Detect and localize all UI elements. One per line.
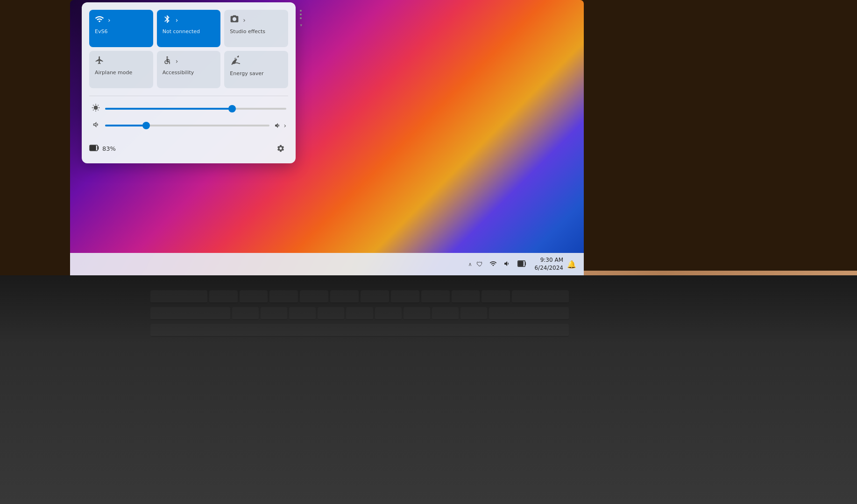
taskbar-shield-icon[interactable]: 🛡: [475, 259, 485, 270]
airplane-mode-tile[interactable]: Airplane mode: [89, 51, 153, 88]
key-u: [391, 290, 419, 303]
brightness-slider-container[interactable]: [105, 104, 286, 113]
volume-output-controls[interactable]: ›: [274, 122, 286, 129]
brightness-thumb[interactable]: [228, 105, 236, 112]
quick-settings-top-row: › EvS6 › Not connected: [89, 10, 288, 47]
taskbar-volume-icon[interactable]: [502, 258, 513, 271]
key-p: [482, 290, 510, 303]
key-j: [404, 307, 430, 320]
key-q: [209, 290, 238, 303]
bluetooth-tile-inner: ›: [163, 14, 215, 26]
laptop-screen: ▾ › EvS6: [70, 0, 584, 280]
key-f: [318, 307, 344, 320]
settings-button[interactable]: [273, 141, 288, 156]
volume-fill: [105, 125, 146, 126]
energy-saver-icon: [230, 56, 240, 68]
wifi-tile-inner: ›: [95, 14, 148, 26]
key-enter: [489, 307, 569, 320]
battery-info: 83%: [89, 144, 116, 153]
svg-point-0: [166, 56, 168, 58]
key-caps: [150, 307, 230, 320]
key-k: [432, 307, 459, 320]
studio-effects-icon: [230, 14, 239, 26]
taskbar-system-tray: ∧ 🛡: [468, 258, 529, 271]
key-h: [375, 307, 402, 320]
wifi-arrow-icon[interactable]: ›: [108, 16, 111, 24]
brightness-icon: [91, 104, 100, 114]
accessibility-label: Accessibility: [163, 70, 215, 76]
scroll-dot-2: [300, 14, 302, 15]
brightness-track: [105, 108, 286, 110]
wifi-icon: [95, 14, 104, 26]
key-t: [330, 290, 359, 303]
taskbar-clock[interactable]: 9:30 AM 6/24/2024: [534, 256, 563, 272]
key-backspace: [512, 290, 569, 303]
wifi-tile[interactable]: › EvS6: [89, 10, 153, 47]
key-l: [460, 307, 487, 320]
quick-settings-bottom-row: Airplane mode › Accessibility: [89, 51, 288, 88]
studio-effects-arrow-icon[interactable]: ›: [243, 16, 246, 24]
bluetooth-tile[interactable]: › Not connected: [157, 10, 221, 47]
airplane-mode-label: Airplane mode: [95, 70, 148, 76]
volume-output-arrow[interactable]: ›: [283, 122, 286, 129]
battery-percentage: 83%: [102, 145, 116, 152]
scroll-dot-1: [300, 10, 302, 12]
bluetooth-icon: [163, 14, 172, 26]
key-a: [232, 307, 259, 320]
sliders-section: ›: [89, 104, 288, 131]
background: ▾ › EvS6: [0, 0, 857, 504]
taskbar-wifi-icon[interactable]: [488, 258, 499, 271]
volume-slider-container[interactable]: [105, 121, 269, 130]
taskbar-notification-bell[interactable]: 🔔: [567, 260, 576, 269]
laptop-body: [0, 275, 857, 504]
energy-saver-inner: [230, 56, 283, 68]
divider: [89, 96, 288, 96]
scroll-dot-3: [300, 17, 302, 19]
scroll-indicators: ▾: [300, 10, 302, 28]
volume-track: [105, 125, 269, 126]
taskbar-time-value: 9:30 AM: [534, 256, 563, 264]
key-w: [240, 290, 268, 303]
airplane-icon: [95, 56, 104, 67]
scroll-down-arrow: ▾: [300, 23, 302, 28]
volume-slider-row: ›: [91, 120, 286, 131]
key-y: [361, 290, 389, 303]
volume-thumb[interactable]: [142, 122, 150, 129]
show-hidden-icons-button[interactable]: ∧: [468, 261, 472, 267]
key-r: [300, 290, 328, 303]
key-e: [269, 290, 298, 303]
quick-settings-bottom: 83%: [89, 137, 288, 156]
airplane-mode-inner: [95, 56, 148, 67]
volume-icon: [91, 120, 100, 131]
brightness-slider-row: [91, 104, 286, 114]
accessibility-icon: [163, 56, 172, 67]
svg-rect-6: [518, 261, 523, 266]
taskbar-battery-icon[interactable]: [516, 259, 529, 270]
key-d: [289, 307, 316, 320]
accessibility-tile[interactable]: › Accessibility: [157, 51, 221, 88]
bluetooth-arrow-icon[interactable]: ›: [176, 16, 178, 24]
energy-saver-label: Energy saver: [230, 70, 283, 77]
svg-rect-2: [238, 56, 239, 57]
battery-icon: [89, 144, 99, 153]
brightness-fill: [105, 108, 232, 110]
accessibility-inner: ›: [163, 56, 215, 67]
wifi-label: EvS6: [95, 28, 148, 35]
svg-rect-4: [90, 146, 96, 150]
taskbar: ∧ 🛡 9:30 AM 6/24/202: [70, 253, 584, 275]
key-tab: [150, 290, 207, 303]
keyboard: [149, 289, 570, 340]
key-o: [452, 290, 480, 303]
accessibility-arrow-icon[interactable]: ›: [176, 57, 178, 65]
key-i: [421, 290, 450, 303]
key-s: [261, 307, 287, 320]
studio-effects-tile[interactable]: › Studio effects: [224, 10, 288, 47]
key-g: [346, 307, 373, 320]
key-space: [150, 324, 569, 337]
studio-effects-tile-inner: ›: [230, 14, 283, 26]
energy-saver-tile[interactable]: Energy saver: [224, 51, 288, 88]
bluetooth-label: Not connected: [163, 28, 215, 35]
taskbar-date-value: 6/24/2024: [534, 264, 563, 272]
studio-effects-label: Studio effects: [230, 28, 283, 35]
quick-settings-panel: ▾ › EvS6: [82, 2, 296, 163]
